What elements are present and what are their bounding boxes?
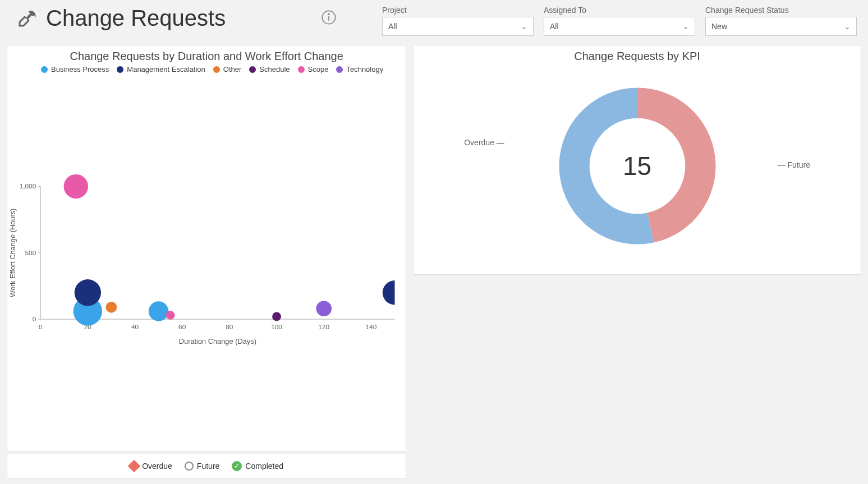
filter-status: Change Request Status New ⌄ [705,6,857,36]
svg-point-25 [272,312,281,321]
legend-label: Overdue [142,462,172,471]
svg-text:120: 120 [318,323,329,331]
donut-center-value: 15 [623,151,651,181]
legend-item[interactable]: Scope [298,65,329,73]
assigned-select[interactable]: All ⌄ [544,17,695,36]
svg-text:0: 0 [39,323,43,331]
scatter-card: Change Requests by Duration and Work Eff… [7,45,406,451]
filters: Project All ⌄ Assigned To All ⌄ Change R… [382,6,857,36]
filter-label: Assigned To [544,6,695,15]
legend-item[interactable]: Other [213,65,242,73]
svg-text:140: 140 [366,323,377,331]
label-text: Overdue [464,138,494,147]
dot-icon [213,66,220,73]
filter-assigned: Assigned To All ⌄ [544,6,695,36]
svg-text:0: 0 [33,315,36,323]
dot-icon [249,66,256,73]
info-icon[interactable] [321,10,337,27]
legend-item[interactable]: Business Process [41,65,109,73]
label-text: Future [788,160,810,169]
donut-title: Change Requests by KPI [414,45,861,65]
legend-item[interactable]: Schedule [249,65,290,73]
legend-completed: ✓ Completed [232,461,283,471]
svg-text:60: 60 [178,323,186,331]
chevron-down-icon: ⌄ [843,22,851,31]
svg-text:100: 100 [271,323,282,331]
scatter-chart: 05001,000020406080100120140Duration Chan… [7,77,406,451]
legend-label: Completed [245,462,283,471]
status-legend: Overdue Future ✓ Completed [7,454,406,478]
title-wrap: Change Requests [17,6,353,31]
left-column: Change Requests by Duration and Work Eff… [7,45,406,478]
donut-wrap[interactable]: 15 Overdue — — Future [414,65,861,267]
legend-item[interactable]: Management Escalation [117,65,205,73]
filter-project: Project All ⌄ [382,6,534,36]
page-title: Change Requests [46,6,226,31]
donut-card: Change Requests by KPI 15 Overdue — — Fu… [413,45,861,275]
chevron-down-icon: ⌄ [682,22,689,31]
svg-text:80: 80 [226,323,233,331]
svg-point-22 [149,301,169,321]
legend-label: Future [197,462,219,471]
chevron-down-icon: ⌄ [520,22,527,31]
check-icon: ✓ [232,461,242,471]
dot-icon [117,66,123,73]
scatter-title: Change Requests by Duration and Work Eff… [7,45,406,65]
svg-text:1,000: 1,000 [20,182,36,190]
legend-text: Technology [346,65,383,73]
legend-text: Other [223,65,242,73]
svg-text:Duration Change (Days): Duration Change (Days) [179,337,256,345]
scatter-area[interactable]: 05001,000020406080100120140Duration Chan… [7,77,406,451]
legend-text: Business Process [51,65,109,73]
legend-text: Management Escalation [127,65,205,73]
dot-icon [336,66,343,73]
svg-text:500: 500 [25,249,36,257]
legend-text: Schedule [259,65,290,73]
status-select[interactable]: New ⌄ [705,17,857,36]
dot-icon [41,66,48,73]
legend-future: Future [185,462,219,471]
svg-point-24 [106,302,117,313]
wrench-icon [17,6,39,31]
svg-point-27 [166,311,175,320]
project-select[interactable]: All ⌄ [382,17,534,36]
select-value: New [711,22,727,31]
svg-point-23 [75,279,101,306]
svg-text:40: 40 [131,323,139,331]
circle-icon [185,462,194,471]
select-value: All [388,22,397,31]
legend-item[interactable]: Technology [336,65,383,73]
svg-point-2 [328,13,329,15]
filter-label: Project [382,6,534,15]
filter-label: Change Request Status [705,6,857,15]
legend-text: Scope [308,65,329,73]
svg-point-28 [316,301,332,316]
diamond-icon [128,460,141,473]
header: Change Requests Project All ⌄ Assigned T… [0,0,868,40]
legend-overdue: Overdue [130,462,172,471]
donut-label-overdue: Overdue — [464,138,504,147]
svg-text:Work Effort Change (Hours): Work Effort Change (Hours) [8,209,17,297]
donut-label-future: — Future [778,160,810,169]
dot-icon [298,66,305,73]
svg-point-26 [64,174,88,199]
select-value: All [550,22,559,31]
chart-row: Change Requests by Duration and Work Eff… [0,40,868,478]
scatter-legend: Business ProcessManagement EscalationOth… [7,65,406,77]
